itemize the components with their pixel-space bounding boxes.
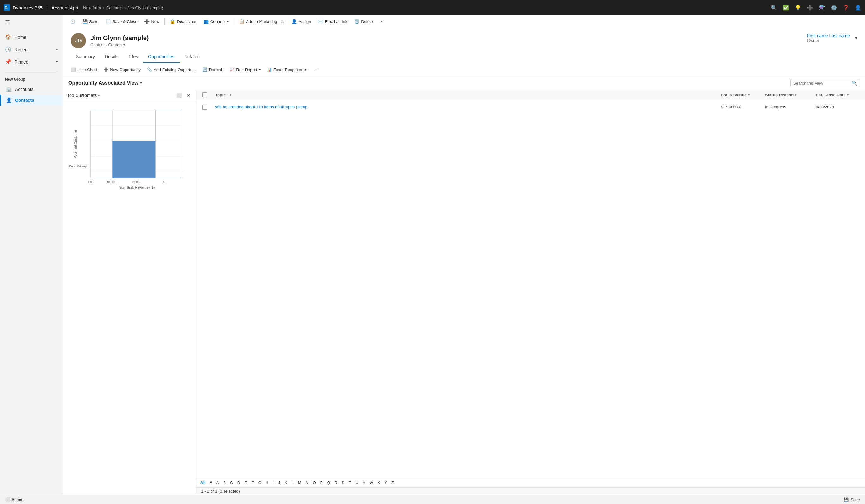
new-button[interactable]: ➕ New	[141, 17, 162, 26]
refresh-button[interactable]: 🔄 Refresh	[200, 66, 226, 74]
lightbulb-icon[interactable]: 💡	[795, 5, 801, 11]
new-opportunity-button[interactable]: ➕ New Opportunity	[101, 66, 143, 74]
th-topic[interactable]: Topic ↑ ▾	[211, 90, 717, 100]
select-all-checkbox[interactable]	[202, 92, 207, 97]
delete-button[interactable]: 🗑️ Delete	[351, 17, 376, 26]
tab-files[interactable]: Files	[124, 51, 143, 63]
alpha-e[interactable]: E	[242, 480, 249, 486]
alpha-g[interactable]: G	[256, 480, 263, 486]
search-icon[interactable]: 🔍	[852, 81, 857, 86]
alpha-k[interactable]: K	[282, 480, 289, 486]
alpha-w[interactable]: W	[368, 480, 375, 486]
tab-related[interactable]: Related	[180, 51, 205, 63]
connect-button[interactable]: 👥 Connect ▾	[200, 17, 232, 26]
bc-item-1[interactable]: New Area	[83, 5, 101, 10]
refresh-label: Refresh	[209, 67, 223, 72]
alpha-p[interactable]: P	[319, 480, 325, 486]
alpha-t[interactable]: T	[347, 480, 353, 486]
alpha-a[interactable]: A	[214, 480, 221, 486]
hamburger-icon[interactable]: ☰	[0, 15, 63, 30]
bottom-save-button[interactable]: 💾 Save	[843, 497, 860, 502]
alpha-o[interactable]: O	[311, 480, 318, 486]
alpha-hash[interactable]: #	[208, 480, 214, 486]
record-header: JG Jim Glynn (sample) Contact · Contact …	[63, 28, 865, 48]
tab-opportunities[interactable]: Opportunities	[143, 51, 179, 63]
save-button[interactable]: 💾 Save	[79, 17, 102, 26]
alpha-q[interactable]: Q	[325, 480, 332, 486]
excel-templates-button[interactable]: 📊 Excel Templates ▾	[264, 66, 309, 74]
search-icon[interactable]: 🔍	[771, 5, 777, 11]
th-status[interactable]: Status Reason ▾	[761, 90, 812, 100]
expand-icon[interactable]: ▾	[855, 35, 857, 41]
status-sort-icon[interactable]: ▾	[795, 93, 796, 97]
alpha-j[interactable]: J	[276, 480, 282, 486]
th-status-label: Status Reason	[765, 93, 794, 97]
connect-icon: 👥	[203, 19, 209, 24]
add-marketing-button[interactable]: 📋 Add to Marketing List	[236, 17, 288, 26]
th-check[interactable]	[198, 90, 211, 100]
alpha-v[interactable]: V	[361, 480, 367, 486]
hide-chart-button[interactable]: ⬜ Hide Chart	[68, 66, 100, 74]
more-commands-button[interactable]: ⋯	[377, 17, 386, 26]
help-icon[interactable]: ❓	[843, 5, 849, 11]
brand-d365[interactable]: Dynamics 365	[13, 5, 43, 10]
td-check[interactable]	[198, 102, 211, 112]
alpha-c[interactable]: C	[228, 480, 235, 486]
chart-close-button[interactable]: ✕	[186, 92, 192, 98]
owner-name[interactable]: First name Last name	[807, 33, 850, 38]
subgrid-more-button[interactable]: ⋯	[311, 66, 320, 74]
closedate-sort-icon[interactable]: ▾	[847, 93, 849, 97]
row-checkbox[interactable]	[202, 105, 207, 110]
sidebar-item-home[interactable]: 🏠 Home	[0, 31, 63, 43]
tab-summary[interactable]: Summary	[71, 51, 100, 63]
bc-item-3[interactable]: Jim Glynn (sample)	[128, 5, 163, 10]
alpha-d[interactable]: D	[235, 480, 242, 486]
alpha-l[interactable]: L	[290, 480, 296, 486]
revenue-sort-icon[interactable]: ▾	[748, 93, 750, 97]
assign-button[interactable]: 👤 Assign	[288, 17, 314, 26]
sidebar-item-contacts[interactable]: 👤 Contacts	[0, 95, 63, 106]
funnel-icon[interactable]: ⚗️	[819, 5, 825, 11]
view-title-chevron-icon[interactable]: ▾	[140, 81, 142, 85]
td-topic[interactable]: Will be ordering about 110 items of all …	[211, 102, 717, 112]
save-close-button[interactable]: 📄 Save & Close	[102, 17, 141, 26]
alpha-n[interactable]: N	[304, 480, 310, 486]
plus-icon[interactable]: ➕	[807, 5, 813, 11]
alpha-r[interactable]: R	[333, 480, 339, 486]
alpha-all[interactable]: All	[198, 480, 207, 486]
th-revenue[interactable]: Est. Revenue ▾	[717, 90, 761, 100]
alpha-y[interactable]: Y	[382, 480, 389, 486]
alpha-u[interactable]: U	[354, 480, 360, 486]
tab-details[interactable]: Details	[100, 51, 124, 63]
alpha-b[interactable]: B	[221, 480, 228, 486]
sidebar-item-accounts[interactable]: 🏢 Accounts	[0, 84, 63, 95]
alpha-i[interactable]: I	[271, 480, 276, 486]
alpha-s[interactable]: S	[340, 480, 346, 486]
alpha-h[interactable]: H	[264, 480, 270, 486]
add-existing-button[interactable]: 📎 Add Existing Opportu...	[145, 66, 198, 74]
user-icon[interactable]: 👤	[855, 5, 861, 11]
new-label: New	[151, 19, 159, 24]
sidebar-item-recent[interactable]: 🕐 Recent ▾	[0, 43, 63, 56]
alpha-m[interactable]: M	[296, 480, 303, 486]
search-input[interactable]	[793, 81, 850, 86]
settings-icon[interactable]: ⚙️	[831, 5, 837, 11]
sidebar-item-pinned[interactable]: 📌 Pinned ▾	[0, 56, 63, 68]
email-link-button[interactable]: ✉️ Email a Link	[314, 17, 350, 26]
checkmark-icon[interactable]: ✅	[783, 5, 789, 11]
brand-app-name[interactable]: Account App	[51, 5, 78, 10]
bc-item-2[interactable]: Contacts	[106, 5, 122, 10]
topic-sort-chevron-icon[interactable]: ▾	[230, 93, 231, 97]
deactivate-button[interactable]: 🔒 Deactivate	[166, 17, 199, 26]
th-closedate[interactable]: Est. Close Date ▾	[812, 90, 863, 100]
record-type2-chip[interactable]: Contact ▾	[108, 42, 125, 47]
chart-title-chevron-icon[interactable]: ▾	[98, 94, 100, 98]
alpha-x[interactable]: X	[376, 480, 382, 486]
history-button[interactable]: 🕐	[67, 17, 78, 26]
opportunity-link[interactable]: Will be ordering about 110 items of all …	[215, 105, 307, 109]
top-nav-right: 🔍 ✅ 💡 ➕ ⚗️ ⚙️ ❓ 👤	[771, 5, 861, 11]
alpha-z[interactable]: Z	[390, 480, 395, 486]
alpha-f[interactable]: F	[250, 480, 255, 486]
run-report-button[interactable]: 📈 Run Report ▾	[227, 66, 263, 74]
chart-expand-button[interactable]: ⬜	[175, 92, 183, 98]
